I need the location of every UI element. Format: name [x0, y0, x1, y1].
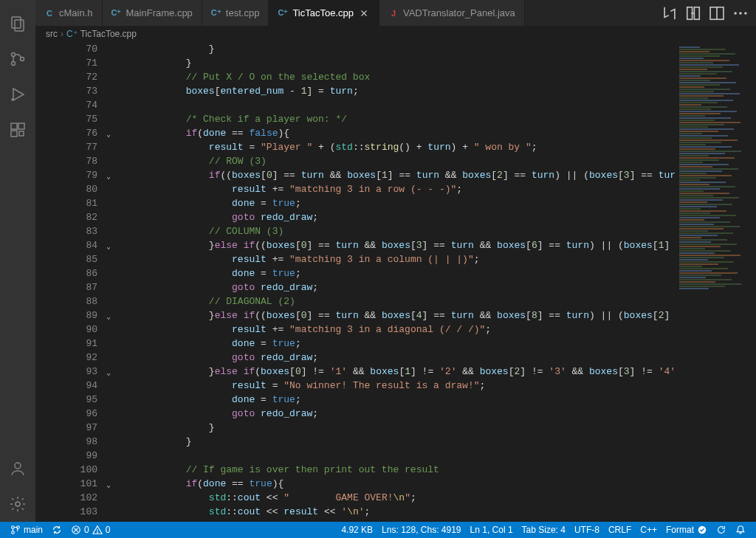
tab-label: test.cpp — [226, 7, 260, 18]
svg-point-20 — [12, 531, 15, 534]
code-line: done = true; — [117, 337, 675, 351]
line-number: 98 — [35, 435, 117, 449]
line-number: 85 — [35, 252, 117, 266]
code-line: goto redo_draw; — [117, 280, 675, 294]
fold-chevron-icon[interactable]: ⌄ — [102, 170, 111, 179]
breadcrumb-file[interactable]: TicTacToe.cpp — [80, 29, 137, 39]
code-line: }else if((boxes[0] == turn && boxes[3] =… — [117, 238, 675, 252]
settings-gear-icon[interactable] — [0, 486, 35, 522]
split-editor-icon[interactable] — [709, 5, 725, 21]
svg-point-2 — [12, 53, 16, 57]
status-sync-icon[interactable] — [47, 522, 66, 538]
chevron-right-icon: › — [61, 29, 63, 39]
line-number: 83 — [35, 224, 117, 238]
line-number: 86 — [35, 266, 117, 280]
status-size[interactable]: 4.92 KB — [337, 522, 377, 538]
tab-cmain-h[interactable]: CcMain.h — [35, 0, 103, 26]
line-number-gutter: 70717273747576⌄777879⌄8081828384⌄8586878… — [35, 42, 117, 522]
line-number: 87 — [35, 280, 117, 294]
code-line: goto redo_draw; — [117, 351, 675, 365]
tab-actions — [654, 0, 756, 26]
status-bar: main 0 0 4.92 KB Lns: 128, Chs: 4919 Ln … — [0, 522, 756, 538]
status-eol[interactable]: CRLF — [604, 522, 636, 538]
tab-test-cpp[interactable]: C⁺test.cpp — [202, 0, 269, 26]
code-line: if(done == false){ — [117, 126, 675, 140]
run-debug-icon[interactable] — [0, 77, 35, 112]
status-problems[interactable]: 0 0 — [66, 522, 114, 538]
warning-count: 0 — [106, 525, 111, 535]
explorer-icon[interactable] — [0, 6, 35, 41]
status-format[interactable]: Format — [662, 522, 712, 538]
fold-chevron-icon[interactable]: ⌄ — [102, 366, 111, 375]
status-refresh-icon[interactable] — [712, 522, 731, 538]
code-line: // DIAGONAL (2) — [117, 294, 675, 308]
status-language[interactable]: C++ — [636, 522, 662, 538]
source-control-icon[interactable] — [0, 41, 35, 77]
code-line: // COLUMN (3) — [117, 224, 675, 238]
line-number: 81 — [35, 196, 117, 210]
code-line: result += "matching 3 in a column (| | |… — [117, 252, 675, 266]
code-line: } — [117, 435, 675, 449]
svg-point-10 — [15, 463, 21, 469]
line-number: 97 — [35, 421, 117, 435]
cpp-file-icon: C⁺ — [211, 8, 221, 18]
code-line: result = "Player " + (std::string() + tu… — [117, 140, 675, 154]
app-root: CcMain.hC⁺MainFrame.cppC⁺test.cppC⁺TicTa… — [0, 0, 756, 522]
line-number: 92 — [35, 351, 117, 365]
code-line: } — [117, 42, 675, 56]
code-line: /* Check if a player won: */ — [117, 112, 675, 126]
status-lines[interactable]: Lns: 128, Chs: 4919 — [377, 522, 465, 538]
fold-chevron-icon[interactable]: ⌄ — [102, 240, 111, 249]
line-number: 79⌄ — [35, 168, 117, 182]
open-changes-icon[interactable] — [685, 5, 701, 21]
line-number: 72 — [35, 70, 117, 84]
extensions-icon[interactable] — [0, 112, 35, 148]
code-line: boxes[entered_num - 1] = turn; — [117, 84, 675, 98]
svg-point-5 — [12, 99, 13, 100]
code-line: // ROW (3) — [117, 154, 675, 168]
code-line — [117, 449, 675, 463]
svg-point-16 — [734, 12, 737, 15]
code-area[interactable]: } } // Put X / O on the selected box box… — [117, 42, 675, 522]
breadcrumb[interactable]: src › C⁺ TicTacToe.cpp — [35, 26, 756, 42]
c-file-icon: C — [44, 8, 55, 18]
line-number: 84⌄ — [35, 238, 117, 252]
code-line: } — [117, 56, 675, 70]
line-number: 71 — [35, 56, 117, 70]
tab-label: TicTacToe.cpp — [292, 7, 354, 18]
code-line: if((boxes[0] == turn && boxes[1] == turn… — [117, 168, 675, 182]
code-line: done = true; — [117, 266, 675, 280]
svg-point-11 — [16, 502, 20, 506]
status-cursor[interactable]: Ln 1, Col 1 — [466, 522, 518, 538]
more-actions-icon[interactable] — [732, 5, 749, 21]
line-number: 70 — [35, 42, 117, 56]
fold-chevron-icon[interactable]: ⌄ — [102, 478, 111, 487]
tab-mainframe-cpp[interactable]: C⁺MainFrame.cpp — [103, 0, 202, 26]
fold-chevron-icon[interactable]: ⌄ — [102, 128, 111, 137]
code-line: goto redo_draw; — [117, 407, 675, 421]
status-notifications-icon[interactable] — [731, 522, 750, 538]
accounts-icon[interactable] — [0, 451, 35, 486]
minimap[interactable] — [675, 42, 756, 522]
close-tab-icon[interactable] — [358, 7, 370, 19]
tab-vadtranslator_panel-java[interactable]: JVADTranslator_Panel.java — [379, 0, 525, 26]
line-number: 101⌄ — [35, 477, 117, 491]
main-area: CcMain.hC⁺MainFrame.cppC⁺test.cppC⁺TicTa… — [35, 0, 756, 522]
svg-point-4 — [21, 58, 24, 61]
line-number: 100 — [35, 463, 117, 477]
breadcrumb-root[interactable]: src — [46, 29, 58, 39]
status-branch[interactable]: main — [6, 522, 47, 538]
line-number: 76⌄ — [35, 126, 117, 140]
tab-label: VADTranslator_Panel.java — [403, 7, 515, 18]
line-number: 82 — [35, 210, 117, 224]
svg-point-18 — [744, 12, 747, 15]
line-number: 88 — [35, 294, 117, 308]
fold-chevron-icon[interactable]: ⌄ — [102, 310, 111, 319]
tab-tictactoe-cpp[interactable]: C⁺TicTacToe.cpp — [269, 0, 379, 26]
svg-point-24 — [97, 532, 97, 533]
status-tab-size[interactable]: Tab Size: 4 — [518, 522, 570, 538]
line-number: 102 — [35, 491, 117, 505]
status-encoding[interactable]: UTF-8 — [570, 522, 604, 538]
line-number: 90 — [35, 323, 117, 337]
compare-changes-icon[interactable] — [662, 5, 678, 21]
